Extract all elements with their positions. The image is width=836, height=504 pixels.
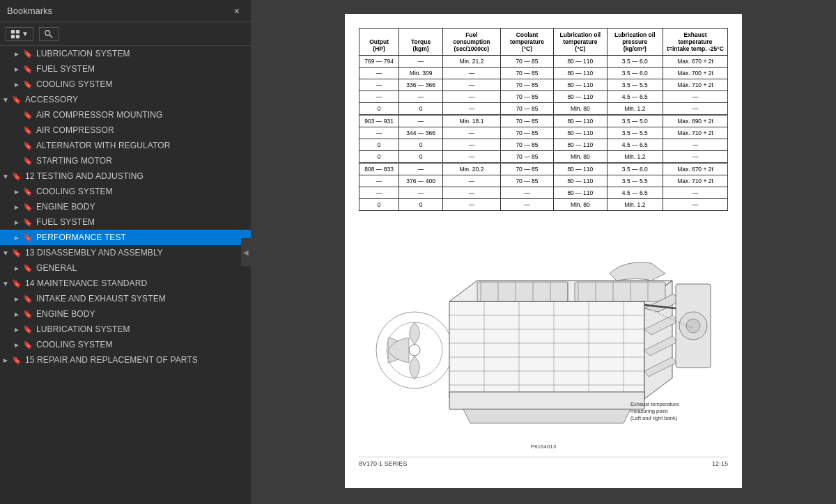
- table-cell: —: [443, 91, 501, 103]
- table-cell: Max. 710 + 2t: [663, 175, 728, 187]
- search-button[interactable]: [39, 27, 59, 41]
- table-cell: 336 — 366: [399, 79, 443, 91]
- table-header: Output (HP): [359, 29, 399, 56]
- table-cell: 80 — 110: [554, 68, 607, 79]
- table-cell: 70 — 85: [500, 56, 553, 68]
- table-cell: —: [663, 187, 728, 199]
- chevron-icon: [0, 173, 11, 180]
- table-header: Lubrication oilpressure (kg/cm²): [607, 29, 663, 56]
- table-cell: 70 — 85: [500, 115, 553, 127]
- table-cell: —: [500, 199, 553, 211]
- bookmark-icon: 🔖: [22, 310, 33, 319]
- table-cell: 0: [399, 139, 443, 151]
- page-number: 12-15: [712, 460, 728, 467]
- bookmark-icon: 🔖: [11, 279, 22, 288]
- table-cell: 0: [399, 199, 443, 211]
- sidebar-close-button[interactable]: ×: [230, 4, 244, 18]
- collapse-sidebar-button[interactable]: ◀: [241, 238, 251, 266]
- table-cell: —: [663, 199, 728, 211]
- sidebar-item-maintenance[interactable]: 🔖14 MAINTENANCE STANDARD: [0, 276, 251, 291]
- sidebar-item-starting-motor[interactable]: 🔖STARTING MOTOR: [0, 153, 251, 168]
- table-cell: 808 — 833: [359, 163, 399, 175]
- sidebar-toolbar: ▼: [0, 22, 251, 46]
- bookmark-icon: 🔖: [22, 157, 33, 166]
- table-cell: 344 — 366: [399, 127, 443, 139]
- table-row: —336 — 366—70 — 8580 — 1103.5 — 5.5Max. …: [359, 79, 728, 91]
- engine-diagram: Exhaust temperature measuring point (Lef…: [359, 232, 728, 434]
- sidebar-item-disassembly[interactable]: 🔖13 DISASSEMBLY AND ASSEMBLY: [0, 245, 251, 260]
- sidebar-item-general[interactable]: 🔖GENERAL: [0, 260, 251, 276]
- sidebar-item-accessory[interactable]: 🔖ACCESSORY: [0, 92, 251, 107]
- table-cell: Min. 80: [554, 199, 607, 211]
- table-cell: 0: [359, 103, 399, 116]
- sidebar-item-label: FUEL SYSTEM: [36, 64, 95, 74]
- sidebar-item-cooling2[interactable]: 🔖COOLING SYSTEM: [0, 184, 251, 199]
- sidebar-item-performance-test[interactable]: 🔖PERFORMANCE TEST: [0, 230, 251, 245]
- bookmark-icon: 🔖: [22, 80, 33, 89]
- table-row: 00——Min. 80Min. 1.2—: [359, 199, 728, 211]
- sidebar-item-engine-body1[interactable]: 🔖ENGINE BODY: [0, 199, 251, 214]
- sidebar-content[interactable]: 🔖LUBRICATION SYSTEM🔖FUEL SYSTEM🔖COOLING …: [0, 46, 251, 504]
- page-area: Output (HP)Torque (kgm)Fuel consumption(…: [345, 14, 742, 488]
- chevron-icon: [11, 234, 22, 242]
- sidebar-item-testing[interactable]: 🔖12 TESTING AND ADJUSTING: [0, 168, 251, 184]
- sidebar: Bookmarks × ▼ 🔖LUBRICATION SYSTEM🔖FUEL S…: [0, 0, 251, 504]
- table-cell: —: [443, 151, 501, 164]
- bookmark-icon: 🔖: [22, 264, 33, 273]
- sidebar-item-label: COOLING SYSTEM: [36, 187, 113, 196]
- sidebar-item-air-comp-mount[interactable]: 🔖AIR COMPRESSOR MOUNTING: [0, 107, 251, 123]
- table-cell: 80 — 110: [554, 91, 607, 103]
- table-row: 00—70 — 85Min. 80Min. 1.2—: [359, 151, 728, 164]
- table-header: Coolanttemperature (°C): [500, 29, 553, 56]
- table-cell: —: [443, 139, 501, 151]
- table-cell: —: [399, 56, 443, 68]
- bookmark-icon: 🔖: [22, 126, 33, 135]
- sidebar-item-fuel2[interactable]: 🔖FUEL SYSTEM: [0, 214, 251, 230]
- sidebar-item-label: 13 DISASSEMBLY AND ASSEMBLY: [25, 248, 163, 258]
- bookmark-icon: 🔖: [22, 187, 33, 196]
- bookmark-icon: 🔖: [22, 203, 33, 212]
- svg-rect-9: [449, 301, 644, 399]
- view-options-button[interactable]: ▼: [6, 27, 33, 41]
- sidebar-item-engine-body2[interactable]: 🔖ENGINE BODY: [0, 306, 251, 322]
- table-cell: —: [399, 91, 443, 103]
- table-cell: Min. 1.2: [607, 199, 663, 211]
- bookmark-icon: 🔖: [22, 65, 33, 74]
- table-cell: Max. 710 + 2t: [663, 79, 728, 91]
- table-cell: Min. 21.2: [443, 56, 501, 68]
- sidebar-item-alternator[interactable]: 🔖ALTERNATOR WITH REGULATOR: [0, 138, 251, 153]
- bookmark-icon: 🔖: [22, 233, 33, 242]
- sidebar-item-cooling1[interactable]: 🔖COOLING SYSTEM: [0, 77, 251, 92]
- sidebar-item-air-comp[interactable]: 🔖AIR COMPRESSOR: [0, 123, 251, 138]
- sidebar-item-repair[interactable]: 🔖15 REPAIR AND REPLACEMENT OF PARTS: [0, 352, 251, 368]
- chevron-icon: [11, 295, 22, 303]
- sidebar-item-label: 14 MAINTENANCE STANDARD: [25, 278, 147, 288]
- bookmark-icon: 🔖: [22, 340, 33, 349]
- table-cell: 3.5 — 5.5: [607, 127, 663, 139]
- table-cell: —: [399, 163, 443, 175]
- sidebar-item-lubrication[interactable]: 🔖LUBRICATION SYSTEM: [0, 46, 251, 61]
- sidebar-item-label: PERFORMANCE TEST: [36, 233, 126, 242]
- table-cell: Max. 710 + 2t: [663, 127, 728, 139]
- table-cell: 80 — 110: [554, 56, 607, 68]
- chevron-icon: [11, 50, 22, 58]
- table-header: Lubrication oiltemperature (°C): [554, 29, 607, 56]
- table-row: —344 — 366—70 — 8580 — 1103.5 — 5.5Max. …: [359, 127, 728, 139]
- table-cell: —: [500, 187, 553, 199]
- sidebar-item-intake-exhaust[interactable]: 🔖INTAKE AND EXHAUST SYSTEM: [0, 291, 251, 306]
- table-cell: 903 — 931: [359, 115, 399, 127]
- sidebar-item-label: ACCESSORY: [25, 95, 78, 104]
- sidebar-item-label: ENGINE BODY: [36, 202, 95, 212]
- series-label: 8V170-1 SERIES: [359, 460, 408, 467]
- svg-rect-10: [477, 282, 568, 301]
- sidebar-item-label: 12 TESTING AND ADJUSTING: [25, 171, 144, 181]
- sidebar-item-fuel1[interactable]: 🔖FUEL SYSTEM: [0, 61, 251, 77]
- table-cell: Max. 670 + 2t: [663, 163, 728, 175]
- table-cell: 376 — 400: [399, 175, 443, 187]
- table-cell: 80 — 110: [554, 127, 607, 139]
- sidebar-item-lubrication2[interactable]: 🔖LUBRICATION SYSTEM: [0, 322, 251, 337]
- table-cell: —: [443, 199, 501, 211]
- sidebar-item-cooling3[interactable]: 🔖COOLING SYSTEM: [0, 337, 251, 352]
- svg-point-8: [409, 345, 420, 356]
- table-cell: 3.5 — 5.5: [607, 175, 663, 187]
